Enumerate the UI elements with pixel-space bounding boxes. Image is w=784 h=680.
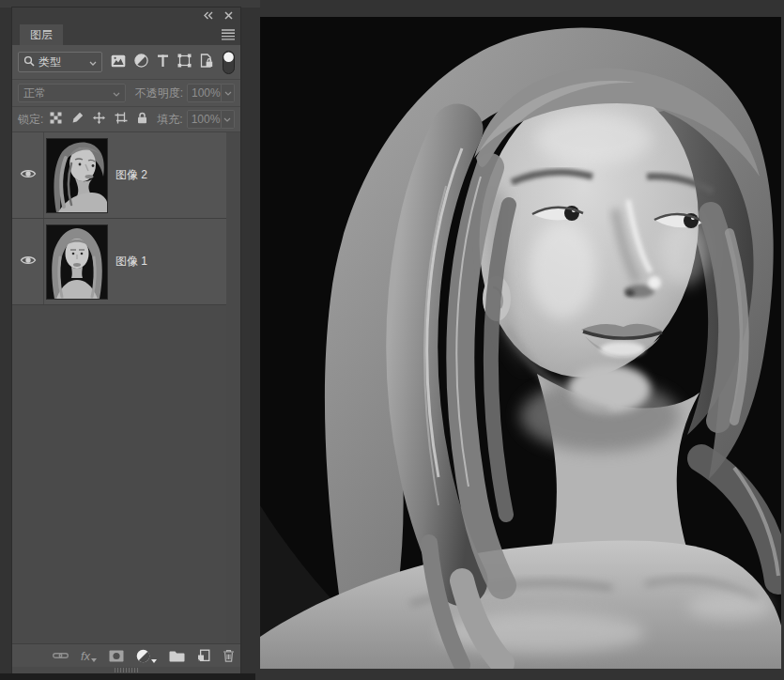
- type-layer-filter-icon[interactable]: [157, 54, 169, 70]
- lock-all-icon[interactable]: [137, 112, 147, 127]
- opacity-control: 100%: [187, 84, 235, 102]
- search-icon: [23, 55, 35, 70]
- blend-mode-dropdown[interactable]: 正常: [18, 84, 126, 102]
- chevron-down-icon: [113, 86, 120, 100]
- blend-mode-value: 正常: [23, 85, 46, 101]
- panel-resize-strip: [12, 667, 240, 673]
- layer-row-image1[interactable]: 图像 1: [12, 219, 240, 305]
- workspace-top-strip: [0, 0, 260, 8]
- filter-kind-icons: [111, 54, 213, 70]
- layer-thumbnail[interactable]: [46, 224, 108, 300]
- layer-name[interactable]: 图像 2: [115, 167, 147, 183]
- filter-type-label: 类型: [38, 54, 85, 70]
- adjustment-layer-filter-icon[interactable]: [134, 54, 148, 70]
- artboard-nesting-lock-icon[interactable]: [115, 112, 128, 127]
- fx-label: fx: [81, 650, 90, 662]
- blend-row: 正常 不透明度: 100%: [12, 79, 240, 106]
- shape-layer-filter-icon[interactable]: [177, 54, 192, 70]
- portrait-photo: [260, 17, 781, 669]
- lock-image-pixels-icon[interactable]: [71, 112, 84, 127]
- layers-panel: 图层 类型: [12, 8, 240, 673]
- panel-tab-bar: 图层: [12, 24, 240, 45]
- document-canvas[interactable]: [260, 17, 781, 669]
- fill-dropdown-button[interactable]: [222, 110, 235, 129]
- panel-resize-grip[interactable]: [115, 668, 139, 672]
- visibility-cell: [12, 132, 44, 218]
- add-layer-mask-icon[interactable]: [109, 650, 124, 662]
- scrollbar-track[interactable]: [226, 132, 240, 643]
- delete-layer-trash-icon[interactable]: [223, 649, 235, 662]
- panel-titlebar: [12, 8, 240, 24]
- filter-type-dropdown[interactable]: 类型: [18, 52, 102, 72]
- collapse-panels-icon[interactable]: [203, 9, 214, 23]
- pixel-layer-filter-icon[interactable]: [111, 54, 126, 70]
- opacity-dropdown-button[interactable]: [222, 84, 235, 102]
- new-layer-icon[interactable]: [197, 649, 210, 662]
- fill-value: 100%: [192, 113, 221, 126]
- fill-control: 100%: [187, 110, 235, 129]
- lock-buttons: [50, 112, 147, 127]
- layer-row-image2[interactable]: 图像 2: [12, 132, 240, 219]
- fill-label: 填充:: [157, 112, 182, 128]
- layer-name[interactable]: 图像 1: [115, 254, 147, 270]
- tab-layers[interactable]: 图层: [20, 24, 63, 45]
- lock-row: 锁定: 填充: 1: [12, 106, 240, 131]
- close-panel-icon[interactable]: [224, 9, 233, 23]
- lock-label: 锁定:: [18, 112, 43, 128]
- panel-menu-icon[interactable]: [222, 29, 235, 43]
- opacity-input[interactable]: 100%: [187, 84, 222, 102]
- tab-layers-label: 图层: [30, 27, 53, 43]
- fill-input[interactable]: 100%: [187, 110, 222, 129]
- panel-controls: 类型: [12, 45, 240, 131]
- new-group-folder-icon[interactable]: [169, 650, 185, 662]
- bottom-black-strip: [0, 673, 255, 680]
- smart-object-filter-icon[interactable]: [200, 54, 213, 70]
- new-adjustment-layer-icon[interactable]: [136, 649, 157, 663]
- layer-thumbnail[interactable]: [46, 138, 108, 213]
- link-layers-icon[interactable]: [53, 651, 69, 660]
- eye-icon[interactable]: [20, 168, 37, 182]
- eye-icon[interactable]: [20, 255, 37, 269]
- opacity-value: 100%: [192, 86, 221, 100]
- lock-transparent-pixels-icon[interactable]: [50, 112, 62, 127]
- filter-row: 类型: [12, 45, 240, 79]
- visibility-cell: [12, 219, 44, 304]
- lock-position-icon[interactable]: [93, 112, 105, 127]
- layer-style-fx-button[interactable]: fx: [81, 650, 97, 662]
- chevron-down-icon: [89, 55, 97, 69]
- opacity-label: 不透明度:: [135, 85, 183, 101]
- layer-filtering-toggle[interactable]: [223, 51, 235, 74]
- panel-bottom-toolbar: fx: [12, 643, 240, 667]
- layer-list: 图像 2: [12, 131, 240, 643]
